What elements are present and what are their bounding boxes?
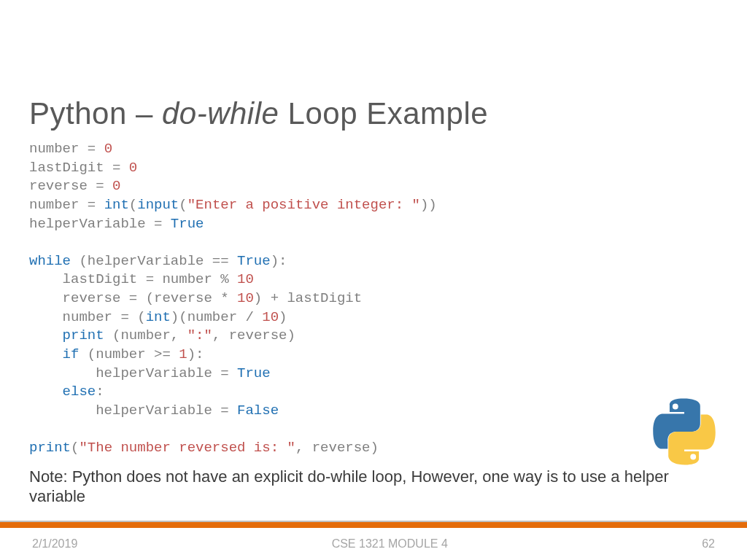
code-block: number = 0 lastDigit = 0 reverse = 0 num… <box>29 140 718 458</box>
title-post: Loop Example <box>279 96 488 131</box>
footer-date: 2/1/2019 <box>32 537 77 551</box>
slide-title: Python – do-while Loop Example <box>29 96 718 131</box>
footer-module: CSE 1321 MODULE 4 <box>332 537 448 551</box>
title-pre: Python – <box>29 96 162 131</box>
footer: 2/1/2019 CSE 1321 MODULE 4 62 <box>0 528 747 560</box>
footer-accent-bar <box>0 521 747 528</box>
python-logo-icon <box>649 397 719 467</box>
title-italic: do-while <box>162 96 279 131</box>
footer-page: 62 <box>702 537 715 551</box>
note-text: Note: Python does not have an explicit d… <box>29 467 718 507</box>
slide: Python – do-while Loop Example number = … <box>0 0 747 560</box>
